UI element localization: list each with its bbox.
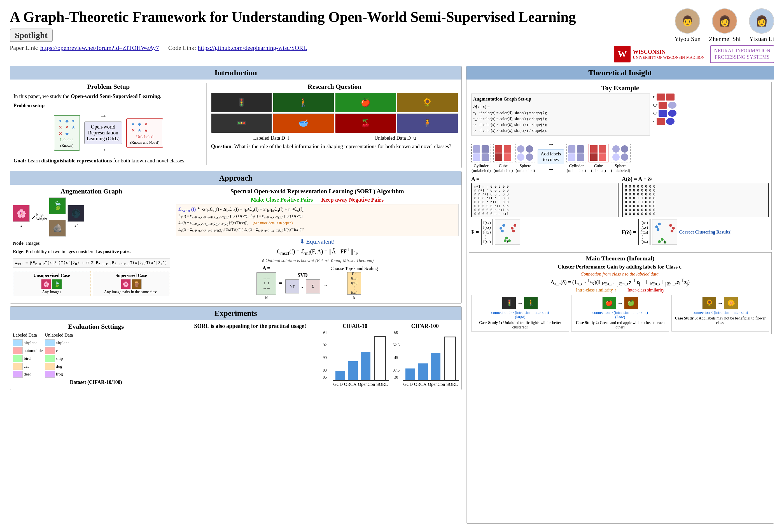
y-52: 52.5 bbox=[393, 343, 400, 347]
airplane-label-u: airplane bbox=[56, 340, 69, 345]
A-delta-section-label: A(δ) = A + δ· bbox=[622, 176, 769, 182]
ellipsis-1: … bbox=[301, 284, 305, 289]
labeled-data-col: Labeled Data airplane automobile bbox=[13, 333, 43, 378]
right-arrow-icon-2: → bbox=[548, 166, 554, 173]
tau1-diagram: τ₁ bbox=[653, 93, 769, 101]
problem-setup-diagram-label: Problem setup bbox=[13, 103, 203, 109]
f-vectors-row: F = f(x₁) f(x₂) f(x₃) ⋮ f(xₙ) bbox=[471, 219, 769, 245]
matrix-A: A = ⋯ ⋯ ⋮ ⋮ ⋯ ⋯ N bbox=[256, 265, 276, 301]
arrow-icon-2: → bbox=[99, 145, 107, 154]
matrix-A-delta-section: A(δ) = A + δ· 0 0 0 0 0 0 0 0 0 0 0 0 0 … bbox=[622, 176, 769, 217]
edge-text: Edge: Probability of two images consider… bbox=[13, 248, 170, 255]
dataset-item-airplane: airplane bbox=[13, 339, 43, 346]
sorl-algo: Spectral Open-world Representation Learn… bbox=[176, 188, 459, 301]
intra-sim-label: Intra-class similarity ↑ bbox=[576, 287, 616, 292]
paper-url[interactable]: https://openreview.net/forum?id=ZITOHWeA… bbox=[40, 44, 159, 51]
A-row-data-8: 0 0 0 0 0 n n n+1 bbox=[474, 212, 615, 216]
bar-opencon-100 bbox=[431, 353, 441, 380]
code-link-label: Code Link: bbox=[168, 44, 196, 51]
author-1: 👨 Yiyou Sun bbox=[674, 8, 701, 43]
case1-desc: Case Study 1: Unlabeled traffic lights w… bbox=[473, 320, 567, 330]
case-study-2: 🍎 → 🍏 connection > (intra-sim - inter-si… bbox=[571, 295, 669, 332]
auto-label-u: cat bbox=[56, 348, 61, 353]
tau-0b-val: τ₀ bbox=[473, 128, 478, 134]
fv-1: f(x₁) bbox=[483, 220, 491, 225]
data-labels: Labeled Data D_l Unlabeled Data D_u bbox=[211, 135, 458, 141]
tau-0b-cond: if color(x) ≠ color(x̃), shape(x) ≠ shap… bbox=[478, 128, 547, 134]
l3-formula: ℒ3(f) = Σx~P_u,x'~P_u~T(x̃l),x'~T(x̃l) [… bbox=[178, 221, 456, 226]
cifar10-chart-area: 94 92 90 88 86 bbox=[333, 330, 389, 381]
bird-img bbox=[13, 355, 23, 362]
dataset-item-cat-u: dog bbox=[45, 363, 73, 370]
labeled-sub: (Known) bbox=[58, 143, 76, 148]
A-row-data-2: n n+1 n 0 0 0 0 0 bbox=[474, 189, 615, 192]
paper-link-label: Paper Link: bbox=[10, 44, 39, 51]
dot-a1 bbox=[655, 225, 658, 228]
avatar-2: 👩 bbox=[712, 8, 737, 34]
case3-images: 🌻 → 🌼 bbox=[673, 297, 767, 309]
A-row-data-3: n n n+1 0 0 0 0 0 bbox=[474, 192, 615, 196]
auto-img-u bbox=[45, 347, 55, 354]
add-labels-arrow: → Add labelsto cubes → bbox=[538, 141, 564, 173]
dot-4 bbox=[511, 227, 513, 230]
theoretical-section: Theoretical Insight Toy Example Augmenta… bbox=[466, 66, 774, 524]
code-url[interactable]: https://github.com/deeplearning-wisc/SOR… bbox=[198, 44, 307, 51]
A-row-data-5: 0 0 0 n n+1 0 0 0 bbox=[474, 200, 615, 204]
inter-sim-label: Inter-class similarity bbox=[627, 287, 665, 292]
sph-a2 bbox=[621, 145, 628, 152]
unlabeled-sub: (Known and Novel) bbox=[130, 140, 159, 145]
problem-setup: Problem Setup In this paper, we study th… bbox=[13, 83, 207, 165]
y-88: 88 bbox=[323, 368, 327, 373]
bird-img-u bbox=[45, 355, 55, 362]
fv-3: f(x₃) bbox=[483, 230, 491, 235]
orl-arrow-group: → Open-worldRepresentationLearning (ORL)… bbox=[84, 111, 122, 154]
labeled-icons: ● ◆ ● ✕ ✕ ★ ✕ ★ bbox=[58, 118, 76, 136]
main-theorem-section: Main Theorem (Informal) Cluster Performa… bbox=[469, 252, 772, 334]
bar-gcd-100 bbox=[405, 368, 415, 380]
sph-1 bbox=[517, 145, 525, 152]
cyl-a3 bbox=[568, 153, 576, 161]
make-close-label: Make Close Positive Pairs bbox=[251, 197, 313, 203]
aug-graph-visual: 🌸 x ↗EdgeWeight 🍃 🪨 🌑 bbox=[13, 197, 170, 296]
matrix-display-row: A = n+1 n n 0 0 0 0 0 n n+1 n 0 0 0 0 0 … bbox=[471, 176, 769, 217]
orca-label-100: ORCA bbox=[414, 382, 426, 387]
shape-cylinder: Cylinder(unlabeled) bbox=[471, 144, 491, 173]
sph-2 bbox=[526, 145, 533, 152]
F-delta-section: F(δ) = f(x₁) f(x₂) f(x₃) ⋮ f(xₙ) bbox=[622, 219, 769, 245]
k-label: k bbox=[353, 296, 355, 300]
F-matrix: F = f(x₁) f(x₂) ⋮ f(xₙ) bbox=[347, 272, 361, 295]
graph-img-x-prime-1: 🍃 bbox=[49, 197, 66, 214]
shapes-before-row: Cylinder(unlabeled) Cube(unlabeled) bbox=[471, 141, 769, 173]
dataset-item-automobile: automobile bbox=[13, 347, 43, 354]
author-name-2: Zhenmei Shi bbox=[709, 35, 740, 43]
dot-a9 bbox=[658, 240, 661, 243]
tau-1-val: τ₁ bbox=[473, 110, 478, 116]
experiments-section: Experiments Evaluation Settings Labeled … bbox=[10, 306, 462, 390]
img-sunflower-1: 🌻 bbox=[397, 93, 458, 112]
avatar-img-2: 👩 bbox=[712, 9, 737, 33]
svd-diagram: A = ⋯ ⋯ ⋮ ⋮ ⋯ ⋯ N = bbox=[176, 265, 459, 301]
problem-diagram: ● ◆ ● ✕ ✕ ★ ✕ ★ Labeled ( bbox=[13, 111, 203, 154]
cifar100-title: CIFAR-100 bbox=[411, 323, 439, 329]
cat-label: cat bbox=[24, 364, 29, 369]
A-row-data-7: 0 0 0 0 0 n n+1 n bbox=[474, 208, 615, 212]
header-left: A Graph-Theoretic Framework for Understa… bbox=[10, 8, 608, 52]
cat-img-u bbox=[45, 363, 55, 370]
img-bowl-1: 🥣 bbox=[273, 113, 334, 133]
x-icon-3: ✕ bbox=[58, 131, 63, 136]
svd-title-label: SVD bbox=[298, 273, 308, 278]
labeled-box: ● ◆ ● ✕ ✕ ★ ✕ ★ Labeled ( bbox=[54, 115, 80, 151]
N-label: N bbox=[265, 296, 268, 301]
sorl-formula-box: ℒSORL(f) ≜ -2ηcℒ1(f) - 2ηcℒ2(f) + ηc²ℒ3(… bbox=[176, 204, 459, 236]
x-icon-5: ✕ bbox=[130, 128, 136, 133]
weight-formula: wxx' = βEz_u~PT(x|z̃u)T(x'|z̃u) + α Σ Ez… bbox=[13, 258, 170, 268]
circle-icon-4: ● bbox=[130, 121, 136, 127]
A-matrix-body: ⋯ ⋯ ⋮ ⋮ ⋯ ⋯ bbox=[256, 273, 276, 295]
tau-row-0a: τ₀ if color(x) ≠ color(x̃), shape(x) = s… bbox=[473, 122, 547, 128]
sphere-label-after: Sphere(unlabeled) bbox=[611, 164, 630, 173]
tau-0a-cond: if color(x) ≠ color(x̃), shape(x) = shap… bbox=[478, 122, 547, 128]
sphere-grid-after bbox=[611, 144, 631, 162]
img-person-2: 🧍 bbox=[397, 113, 458, 133]
y-60: 60 bbox=[394, 330, 398, 335]
aug-graph-title: Augmentation Graph bbox=[13, 188, 170, 195]
